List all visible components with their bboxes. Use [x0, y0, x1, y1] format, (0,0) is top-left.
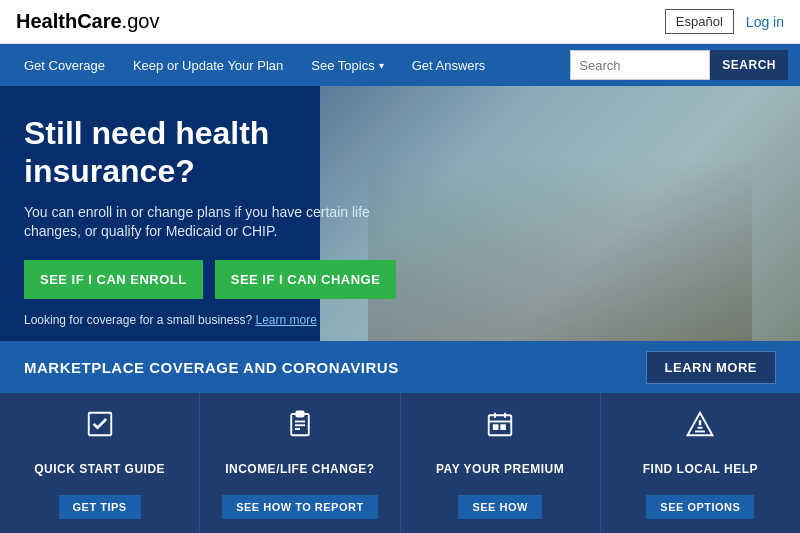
pay-premium-button[interactable]: SEE HOW [458, 495, 541, 519]
road-icon [685, 409, 715, 446]
hero-content: Still need health insurance? You can enr… [0, 86, 440, 341]
search-area: SEARCH [570, 50, 788, 80]
coronavirus-banner: MARKETPLACE COVERAGE AND CORONAVIRUS LEA… [0, 341, 800, 393]
svg-rect-6 [489, 415, 512, 435]
card-pay-premium: PAY YOUR PREMIUM SEE HOW [401, 393, 601, 533]
main-nav: Get Coverage Keep or Update Your Plan Se… [0, 44, 800, 86]
svg-rect-2 [296, 412, 304, 417]
nav-item-get-coverage[interactable]: Get Coverage [12, 48, 117, 83]
card-income-life: INCOME/LIFE CHANGE? SEE HOW TO REPORT [200, 393, 400, 533]
top-bar: HealthCare.gov Español Log in [0, 0, 800, 44]
site-logo: HealthCare.gov [16, 10, 159, 33]
coronavirus-text: MARKETPLACE COVERAGE AND CORONAVIRUS [24, 359, 399, 376]
card-pay-premium-title: PAY YOUR PREMIUM [436, 462, 564, 476]
card-quick-start: QUICK START GUIDE GET TIPS [0, 393, 200, 533]
top-bar-actions: Español Log in [665, 9, 784, 34]
checklist-icon [85, 409, 115, 446]
learn-more-link[interactable]: Learn more [255, 313, 316, 327]
card-income-life-title: INCOME/LIFE CHANGE? [225, 462, 375, 476]
card-quick-start-title: QUICK START GUIDE [34, 462, 165, 476]
hero-title: Still need health insurance? [24, 114, 416, 191]
search-button[interactable]: SEARCH [710, 50, 788, 80]
logo-gov: .gov [122, 10, 160, 32]
espanol-button[interactable]: Español [665, 9, 734, 34]
find-local-button[interactable]: SEE OPTIONS [646, 495, 754, 519]
clipboard-icon [285, 409, 315, 446]
svg-rect-11 [501, 425, 505, 429]
svg-rect-10 [494, 425, 498, 429]
info-cards-section: QUICK START GUIDE GET TIPS INCOME/LIFE C… [0, 393, 800, 533]
calendar-icon [485, 409, 515, 446]
enroll-button[interactable]: SEE IF I CAN ENROLL [24, 260, 203, 299]
coronavirus-learn-more-button[interactable]: LEARN MORE [646, 351, 776, 384]
hero-buttons: SEE IF I CAN ENROLL SEE IF I CAN CHANGE [24, 260, 416, 299]
hero-section: Still need health insurance? You can enr… [0, 86, 800, 341]
nav-item-get-answers[interactable]: Get Answers [400, 48, 498, 83]
income-life-button[interactable]: SEE HOW TO REPORT [222, 495, 377, 519]
chevron-down-icon: ▾ [379, 60, 384, 71]
logo-care: Care [77, 10, 121, 32]
search-input[interactable] [570, 50, 710, 80]
card-find-local: FIND LOCAL HELP SEE OPTIONS [601, 393, 800, 533]
nav-items: Get Coverage Keep or Update Your Plan Se… [12, 48, 570, 83]
login-button[interactable]: Log in [746, 14, 784, 30]
logo-health: Health [16, 10, 77, 32]
nav-item-keep-update[interactable]: Keep or Update Your Plan [121, 48, 295, 83]
hero-small-business-text: Looking for coverage for a small busines… [24, 313, 416, 327]
nav-item-see-topics[interactable]: See Topics ▾ [299, 48, 395, 83]
quick-start-button[interactable]: GET TIPS [59, 495, 141, 519]
card-find-local-title: FIND LOCAL HELP [643, 462, 758, 476]
change-button[interactable]: SEE IF I CAN CHANGE [215, 260, 397, 299]
hero-subtitle: You can enroll in or change plans if you… [24, 203, 416, 242]
